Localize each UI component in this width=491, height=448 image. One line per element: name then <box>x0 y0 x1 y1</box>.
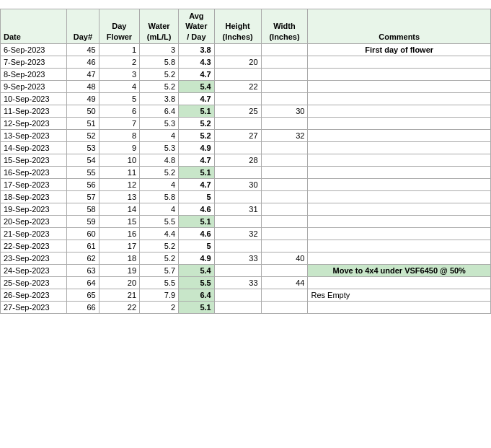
water-cell: 5.8 <box>140 56 179 68</box>
day-flower-cell: 20 <box>99 276 139 289</box>
water-cell: 5.3 <box>140 117 179 129</box>
avg-water-cell: 5.4 <box>179 264 215 276</box>
day-num-cell: 46 <box>67 56 99 68</box>
water-cell: 5.2 <box>140 80 179 92</box>
avg-water-cell: 5 <box>179 240 215 252</box>
water-cell: 5.8 <box>140 190 179 203</box>
width-cell <box>261 80 308 92</box>
date-cell: 14-Sep-2023 <box>1 141 67 154</box>
width-cell: 32 <box>261 129 308 141</box>
width-cell <box>261 289 308 301</box>
height-cell <box>214 215 261 227</box>
comments-cell <box>308 227 491 240</box>
date-cell: 17-Sep-2023 <box>1 178 67 190</box>
date-cell: 6-Sep-2023 <box>1 43 67 56</box>
avg-water-cell: 4.7 <box>179 68 215 80</box>
day-flower-cell: 10 <box>99 154 139 166</box>
avg-water-cell: 4.3 <box>179 56 215 68</box>
avg-water-cell: 5.5 <box>179 276 215 289</box>
avg-water-cell: 5.2 <box>179 117 215 129</box>
day-flower-cell: 21 <box>99 289 139 301</box>
water-cell: 3.8 <box>140 92 179 105</box>
date-cell: 12-Sep-2023 <box>1 117 67 129</box>
table-row: 7-Sep-20234625.84.320 <box>1 56 491 68</box>
day-flower-cell: 4 <box>99 80 139 92</box>
width-cell <box>261 141 308 154</box>
width-cell <box>261 203 308 215</box>
date-cell: 23-Sep-2023 <box>1 252 67 264</box>
date-cell: 24-Sep-2023 <box>1 264 67 276</box>
water-cell: 5.5 <box>140 276 179 289</box>
spreadsheet-title <box>1 0 491 9</box>
day-num-cell: 55 <box>67 166 99 178</box>
date-cell: 18-Sep-2023 <box>1 190 67 203</box>
day-num-cell: 56 <box>67 178 99 190</box>
table-row: 17-Sep-2023561244.730 <box>1 178 491 190</box>
table-row: 24-Sep-202363195.75.4Move to 4x4 under V… <box>1 264 491 276</box>
comments-cell <box>308 117 491 129</box>
height-cell: 25 <box>214 105 261 117</box>
width-cell <box>261 190 308 203</box>
comments-cell <box>308 92 491 105</box>
water-cell: 5.3 <box>140 141 179 154</box>
comments-cell <box>308 240 491 252</box>
day-flower-cell: 8 <box>99 129 139 141</box>
comments-cell <box>308 166 491 178</box>
date-cell: 22-Sep-2023 <box>1 240 67 252</box>
day-flower-cell: 5 <box>99 92 139 105</box>
height-cell: 20 <box>214 56 261 68</box>
day-flower-cell: 14 <box>99 203 139 215</box>
table-row: 12-Sep-20235175.35.2 <box>1 117 491 129</box>
table-row: 14-Sep-20235395.34.9 <box>1 141 491 154</box>
date-cell: 9-Sep-2023 <box>1 80 67 92</box>
width-cell <box>261 264 308 276</box>
comments-cell <box>308 178 491 190</box>
day-flower-cell: 16 <box>99 227 139 240</box>
day-flower-cell: 13 <box>99 190 139 203</box>
avg-water-header: AvgWater/ Day <box>179 9 215 44</box>
width-cell <box>261 43 308 56</box>
height-cell <box>214 141 261 154</box>
date-cell: 19-Sep-2023 <box>1 203 67 215</box>
width-cell <box>261 68 308 80</box>
comments-cell: Move to 4x4 under VSF6450 @ 50% <box>308 264 491 276</box>
avg-water-cell: 6.4 <box>179 289 215 301</box>
width-cell <box>261 227 308 240</box>
avg-water-cell: 5.2 <box>179 129 215 141</box>
day-num-cell: 60 <box>67 227 99 240</box>
day-num-cell: 53 <box>67 141 99 154</box>
avg-water-cell: 5.1 <box>179 215 215 227</box>
day-num-cell: 64 <box>67 276 99 289</box>
day-num-cell: 51 <box>67 117 99 129</box>
day-num-cell: 65 <box>67 289 99 301</box>
day-flower-cell: 1 <box>99 43 139 56</box>
day-flower-cell: 18 <box>99 252 139 264</box>
day-num-cell: 54 <box>67 154 99 166</box>
date-cell: 15-Sep-2023 <box>1 154 67 166</box>
comments-cell <box>308 56 491 68</box>
width-cell <box>261 56 308 68</box>
comments-cell: Res Empty <box>308 289 491 301</box>
width-cell: 40 <box>261 252 308 264</box>
day-flower-cell: 22 <box>99 301 139 313</box>
day-num-header: Day# <box>67 9 99 44</box>
day-num-cell: 52 <box>67 129 99 141</box>
height-cell <box>214 190 261 203</box>
water-cell: 4 <box>140 203 179 215</box>
water-cell: 4.4 <box>140 227 179 240</box>
table-row: 27-Sep-2023662225.1 <box>1 301 491 313</box>
date-cell: 10-Sep-2023 <box>1 92 67 105</box>
height-cell: 27 <box>214 129 261 141</box>
comments-cell <box>308 105 491 117</box>
height-cell: 33 <box>214 252 261 264</box>
height-cell <box>214 264 261 276</box>
comments-cell <box>308 141 491 154</box>
comments-cell <box>308 203 491 215</box>
day-flower-cell: 6 <box>99 105 139 117</box>
height-cell <box>214 166 261 178</box>
table-row: 20-Sep-202359155.55.1 <box>1 215 491 227</box>
water-cell: 2 <box>140 301 179 313</box>
height-cell: 22 <box>214 80 261 92</box>
water-cell: 6.4 <box>140 105 179 117</box>
date-cell: 7-Sep-2023 <box>1 56 67 68</box>
